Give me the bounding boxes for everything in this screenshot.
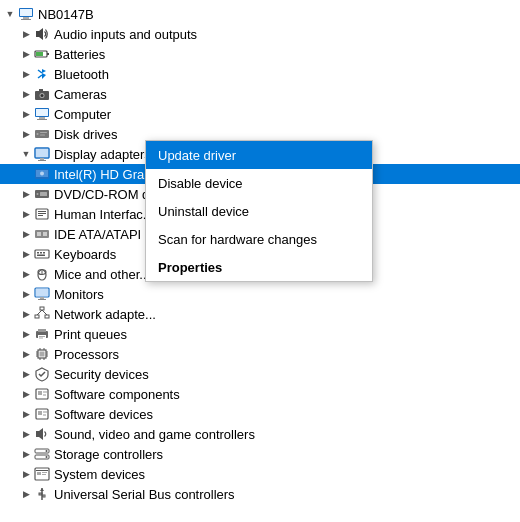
expand-usb[interactable]: ▶ [18,486,34,502]
tree-item-softcomp[interactable]: ▶ Software components [0,384,520,404]
tree-item-system[interactable]: ▶ System devices [0,464,520,484]
tree-item-batteries[interactable]: ▶ Batteries [0,44,520,64]
svg-rect-21 [36,149,48,157]
expand-display[interactable]: ▼ [18,146,34,162]
softdev-icon [34,406,50,422]
tree-item-monitors[interactable]: ▶ Monitors [0,284,520,304]
svg-marker-79 [36,428,43,440]
svg-rect-86 [37,472,41,475]
tree-root[interactable]: ▼ NB0147B [0,4,520,24]
svg-rect-2 [21,19,31,20]
batteries-label: Batteries [54,47,516,62]
svg-point-26 [40,172,44,176]
battery-icon [34,46,50,62]
svg-rect-92 [43,495,45,497]
expand-print[interactable]: ▶ [18,326,34,342]
mouse-icon [34,266,50,282]
uninstall-device-label: Uninstall device [158,204,249,219]
keyboard-icon [34,246,50,262]
tree-item-usb[interactable]: ▶ Universal Serial Bus controllers [0,484,520,504]
svg-rect-50 [35,315,39,318]
dvd-icon [34,186,50,202]
context-menu-item-disable[interactable]: Disable device [146,169,372,197]
expand-cameras[interactable]: ▶ [18,86,34,102]
svg-rect-36 [43,232,47,236]
svg-rect-85 [36,470,48,471]
tree-item-security[interactable]: ▶ Security devices [0,364,520,384]
network-icon [34,306,50,322]
expand-storage[interactable]: ▶ [18,446,34,462]
expand-security[interactable]: ▶ [18,366,34,382]
context-menu-item-update[interactable]: Update driver [146,141,372,169]
svg-rect-40 [43,252,45,254]
storage-icon [34,446,50,462]
tree-item-computer[interactable]: ▶ Computer [0,104,520,124]
tree-item-sound[interactable]: ▶ Sound, video and game controllers [0,424,520,444]
tree-item-network[interactable]: ▶ Network adapte... [0,304,520,324]
security-label: Security devices [54,367,516,382]
root-label: NB0147B [38,7,516,22]
tree-item-storage[interactable]: ▶ Storage controllers [0,444,520,464]
computer-label: Computer [54,107,516,122]
svg-rect-57 [39,336,45,337]
expand-root[interactable]: ▼ [2,6,18,22]
svg-rect-51 [45,315,49,318]
svg-line-53 [42,310,47,315]
context-menu-item-uninstall[interactable]: Uninstall device [146,197,372,225]
tree-item-cameras[interactable]: ▶ Cameras [0,84,520,104]
update-driver-label: Update driver [158,148,236,163]
usb-label: Universal Serial Bus controllers [54,487,516,502]
svg-rect-46 [36,289,48,296]
computer-icon [18,6,34,22]
context-menu-item-scan[interactable]: Scan for hardware changes [146,225,372,253]
monitor-icon [34,286,50,302]
expand-computer[interactable]: ▶ [18,106,34,122]
expand-sound[interactable]: ▶ [18,426,34,442]
ide-icon [34,226,50,242]
printer-icon [34,326,50,342]
display-icon [34,146,50,162]
storage-label: Storage controllers [54,447,516,462]
expand-ide[interactable]: ▶ [18,226,34,242]
svg-rect-37 [35,250,49,258]
expand-disk[interactable]: ▶ [18,126,34,142]
expand-audio[interactable]: ▶ [18,26,34,42]
expand-softcomp[interactable]: ▶ [18,386,34,402]
expand-keyboards[interactable]: ▶ [18,246,34,262]
tree-item-softdev[interactable]: ▶ Software devices [0,404,520,424]
svg-rect-23 [38,160,46,161]
processor-icon [34,346,50,362]
expand-bluetooth[interactable]: ▶ [18,66,34,82]
svg-rect-11 [39,89,43,91]
context-menu: Update driver Disable device Uninstall d… [145,140,373,282]
camera-icon [34,86,50,102]
expand-processors[interactable]: ▶ [18,346,34,362]
svg-rect-87 [42,472,47,473]
svg-rect-29 [40,192,47,196]
svg-rect-74 [43,394,46,396]
expand-mice[interactable]: ▶ [18,266,34,282]
expand-human[interactable]: ▶ [18,206,34,222]
tree-item-bluetooth[interactable]: ▶ Bluetooth [0,64,520,84]
expand-monitors[interactable]: ▶ [18,286,34,302]
tree-item-print[interactable]: ▶ Print queues [0,324,520,344]
svg-rect-58 [39,338,43,339]
system-label: System devices [54,467,516,482]
expand-batteries[interactable]: ▶ [18,46,34,62]
softdev-label: Software devices [54,407,516,422]
expand-dvd[interactable]: ▶ [18,186,34,202]
context-menu-item-properties[interactable]: Properties [146,253,372,281]
expand-system[interactable]: ▶ [18,466,34,482]
tree-item-processors[interactable]: ▶ Processors [0,344,520,364]
svg-rect-72 [38,391,42,395]
bluetooth-label: Bluetooth [54,67,516,82]
svg-rect-47 [40,297,44,299]
svg-rect-3 [20,9,32,16]
tree-item-audio[interactable]: ▶ Audio inputs and outputs [0,24,520,44]
expand-network[interactable]: ▶ [18,306,34,322]
expand-softdev[interactable]: ▶ [18,406,34,422]
scan-hardware-label: Scan for hardware changes [158,232,317,247]
svg-rect-13 [36,109,48,116]
bluetooth-icon [34,66,50,82]
svg-rect-22 [40,158,44,160]
